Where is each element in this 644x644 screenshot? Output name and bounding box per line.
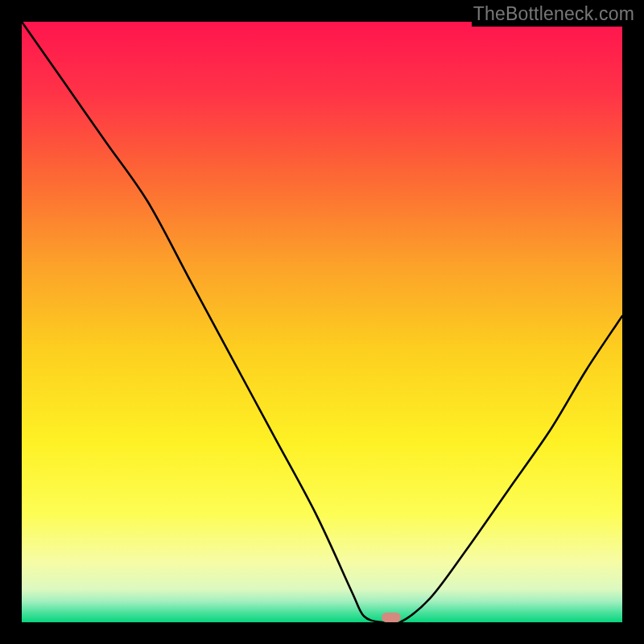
optimal-point-marker bbox=[382, 613, 401, 622]
bottleneck-curve bbox=[22, 22, 622, 622]
plot-area bbox=[22, 22, 622, 622]
watermark-text: TheBottleneck.com bbox=[472, 3, 636, 27]
chart-frame: TheBottleneck.com bbox=[0, 0, 644, 644]
